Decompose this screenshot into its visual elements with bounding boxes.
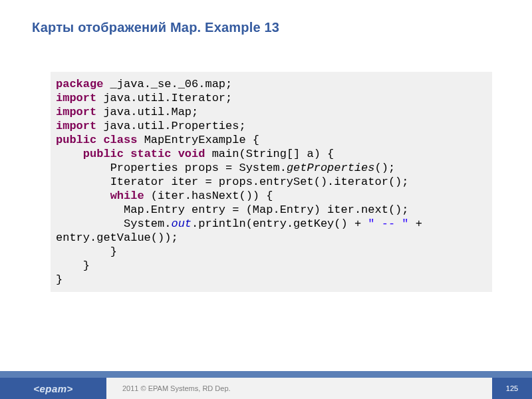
kw-class: class (103, 134, 137, 146)
code-block: package _java._se._06.map; import java.u… (51, 72, 492, 292)
code-text: } (56, 273, 63, 286)
slide: Карты отображений Map. Example 13 packag… (0, 0, 532, 399)
code-indent (56, 148, 83, 160)
logo: <epam> (0, 378, 106, 399)
kw-static: static (130, 148, 171, 160)
kw-public: public (83, 148, 124, 160)
code-text: java.util.Map; (96, 106, 198, 118)
code-text: java.util.Properties; (96, 120, 245, 132)
code-text: .println(entry.getKey() + (192, 217, 368, 230)
kw-while: while (110, 190, 144, 202)
code-text: } (56, 245, 117, 258)
copyright: 2011 © EPAM Systems, RD Dep. (106, 378, 492, 399)
code-text: main(String[] a) { (205, 148, 334, 160)
code-indent (56, 190, 110, 202)
kw-import: import (56, 106, 96, 118)
kw-import: import (56, 92, 96, 104)
code-text: (iter.hasNext()) { (144, 190, 273, 202)
page-number: 125 (492, 378, 532, 399)
footer: <epam> 2011 © EPAM Systems, RD Dep. 125 (0, 371, 532, 399)
code-text: Properties props = System. (56, 162, 287, 174)
code-text: Iterator iter = props.entrySet().iterato… (56, 176, 409, 188)
code-text: _java._se._06.map; (103, 78, 232, 90)
code-text: } (56, 259, 90, 272)
code-text: MapEntryExample { (137, 134, 259, 146)
code-text: java.util.Iterator; (96, 92, 232, 104)
code-text: (); (375, 162, 396, 174)
kw-import: import (56, 120, 96, 132)
string-literal: " -- " (368, 217, 408, 230)
code-text: System. (56, 217, 171, 230)
kw-public: public (56, 134, 96, 146)
slide-title: Карты отображений Map. Example 13 (32, 20, 279, 35)
kw-void: void (178, 148, 205, 160)
field-out: out (171, 217, 192, 230)
kw-package: package (56, 78, 103, 90)
method-getProperties: getProperties (287, 162, 375, 174)
footer-main: <epam> 2011 © EPAM Systems, RD Dep. 125 (0, 378, 532, 399)
code-text: Map.Entry entry = (Map.Entry) iter.next(… (56, 203, 409, 216)
